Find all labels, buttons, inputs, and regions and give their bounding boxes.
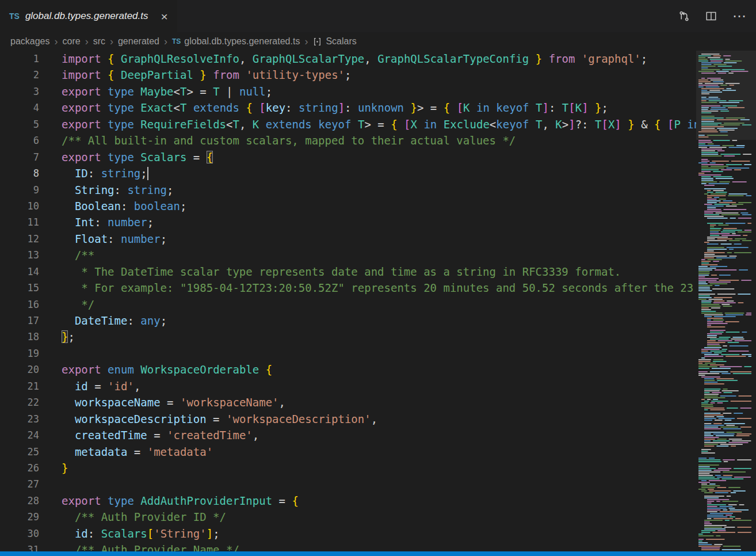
code-line[interactable]: 15 * For example: "1985-04-12T23:20:50.5… (0, 280, 696, 296)
split-editor-icon[interactable] (705, 10, 717, 22)
open-changes-icon[interactable] (678, 10, 690, 22)
code-text[interactable]: String: string; (62, 182, 174, 198)
breadcrumb-item-generated[interactable]: generated (118, 36, 159, 47)
code-token (62, 396, 75, 409)
code-token (239, 101, 246, 114)
code-text[interactable]: export type Maybe<T> = T | null; (62, 83, 272, 100)
code-line[interactable]: 25 metadata = 'metadata' (0, 444, 696, 460)
code-text[interactable]: /** (62, 247, 94, 263)
code-token: | (220, 85, 239, 98)
code-token: Maybe (140, 85, 173, 98)
code-text[interactable]: /** Auth Provider Name */ (62, 542, 239, 551)
code-token (259, 118, 265, 131)
code-line[interactable]: 19 (0, 345, 696, 361)
code-text[interactable]: metadata = 'metadata' (62, 444, 213, 460)
code-line[interactable]: 14 * The DateTime scalar type represents… (0, 264, 696, 280)
code-text[interactable]: /** All built-in and custom scalars, map… (62, 132, 516, 148)
code-line[interactable]: 4export type Exact<T extends { [key: str… (0, 100, 696, 116)
code-text[interactable]: * For example: "1985-04-12T23:20:50.52Z"… (62, 280, 693, 296)
code-line[interactable]: 1import { GraphQLResolveInfo, GraphQLSca… (0, 51, 696, 67)
breadcrumb-item-scalars[interactable]: Scalars (312, 36, 356, 47)
code-text[interactable]: id = 'id', (62, 378, 140, 394)
code-line[interactable]: 29 /** Auth Provider ID */ (0, 509, 696, 525)
code-text[interactable]: Int: number; (62, 214, 154, 230)
code-token (134, 363, 140, 376)
code-token: 'utility-types' (246, 68, 345, 81)
editor[interactable]: 1import { GraphQLResolveInfo, GraphQLSca… (0, 51, 696, 551)
code-token: : (88, 527, 101, 540)
breadcrumb-item-core[interactable]: core (63, 36, 81, 47)
code-text[interactable]: export enum WorkspaceOrderable { (62, 361, 272, 378)
code-line[interactable]: 17 DateTime: any; (0, 313, 696, 329)
breadcrumb-item-global-db-types-generated-ts[interactable]: TSglobal.db.types.generated.ts (172, 36, 300, 47)
tab-global-db-types-generated-ts[interactable]: TS global.db.types.generated.ts × (0, 0, 177, 32)
code-text[interactable]: createdTime = 'createdTime', (62, 427, 259, 443)
code-text[interactable]: /** Auth Provider ID */ (62, 509, 226, 525)
breadcrumb-item-src[interactable]: src (93, 36, 105, 47)
minimap-slider[interactable] (696, 51, 756, 140)
code-token: keyof (496, 101, 529, 114)
code-line[interactable]: 13 /** (0, 247, 696, 263)
code-line[interactable]: 22 workspaceName = 'workspaceName', (0, 394, 696, 410)
code-token: DateTime (75, 314, 128, 327)
code-text[interactable]: export type AddAuthProviderInput = { (62, 493, 299, 509)
code-token: 'workspaceDescription' (226, 413, 371, 425)
code-line[interactable]: 31 /** Auth Provider Name */ (0, 542, 696, 551)
code-line[interactable]: 20export enum WorkspaceOrderable { (0, 361, 696, 378)
code-token: ?: (575, 118, 595, 131)
code-line[interactable]: 7export type Scalars = { (0, 149, 696, 165)
code-text[interactable]: id: Scalars['String']; (62, 525, 220, 542)
code-token: workspaceName (75, 396, 161, 409)
code-line[interactable]: 10 Boolean: boolean; (0, 198, 696, 214)
code-token: T (232, 118, 239, 131)
code-line[interactable]: 18}; (0, 329, 696, 345)
code-line[interactable]: 11 Int: number; (0, 214, 696, 230)
code-line[interactable]: 6/** All built-in and custom scalars, ma… (0, 132, 696, 148)
line-number: 24 (0, 427, 39, 443)
close-icon[interactable]: × (161, 10, 168, 22)
code-line[interactable]: 23 workspaceDescription = 'workspaceDesc… (0, 411, 696, 427)
code-token (62, 527, 75, 540)
code-token: type (108, 101, 134, 114)
code-line[interactable]: 21 id = 'id', (0, 378, 696, 394)
code-line[interactable]: 26} (0, 460, 696, 476)
code-text[interactable]: export type Scalars = { (62, 149, 213, 165)
code-token: T (213, 85, 219, 98)
code-line[interactable]: 8 ID: string; (0, 165, 696, 181)
code-text[interactable]: export type Exact<T extends { [key: stri… (62, 100, 608, 116)
code-line[interactable]: 2import { DeepPartial } from 'utility-ty… (0, 67, 696, 83)
code-line[interactable]: 12 Float: number; (0, 231, 696, 247)
code-line[interactable]: 16 */ (0, 296, 696, 313)
more-actions-icon[interactable]: ⋯ (732, 9, 747, 23)
breadcrumb-label: src (93, 36, 105, 47)
code-text[interactable]: }; (62, 329, 75, 345)
breadcrumb-separator: › (109, 36, 114, 48)
code-text[interactable]: import { GraphQLResolveInfo, GraphQLScal… (62, 51, 647, 67)
breadcrumb-item-packages[interactable]: packages (10, 36, 50, 47)
code-line[interactable]: 27 (0, 476, 696, 492)
code-token: 'String' (154, 527, 207, 540)
code-line[interactable]: 9 String: string; (0, 182, 696, 198)
code-text[interactable]: DateTime: any; (62, 313, 167, 329)
minimap[interactable] (696, 51, 756, 551)
code-text[interactable]: } (62, 460, 68, 476)
code-line[interactable]: 5export type RequireFields<T, K extends … (0, 116, 696, 132)
code-text[interactable]: Float: number; (62, 231, 167, 247)
code-token: T (536, 118, 542, 131)
code-token: from (549, 52, 575, 65)
code-text[interactable]: * The DateTime scalar type represents da… (62, 264, 621, 280)
code-line[interactable]: 24 createdTime = 'createdTime', (0, 427, 696, 443)
code-text[interactable]: import { DeepPartial } from 'utility-typ… (62, 67, 351, 83)
code-line[interactable]: 3export type Maybe<T> = T | null; (0, 83, 696, 100)
code-token: } (628, 118, 634, 131)
code-text[interactable]: export type RequireFields<T, K extends k… (62, 116, 696, 132)
code-token: = (272, 494, 292, 507)
code-text[interactable]: ID: string; (62, 165, 148, 181)
code-text[interactable]: workspaceDescription = 'workspaceDescrip… (62, 411, 377, 427)
code-line[interactable]: 28export type AddAuthProviderInput = { (0, 493, 696, 509)
code-text[interactable]: Boolean: boolean; (62, 198, 186, 214)
code-text[interactable]: */ (62, 296, 94, 313)
breadcrumb-label: core (63, 36, 81, 47)
code-line[interactable]: 30 id: Scalars['String']; (0, 525, 696, 542)
code-text[interactable]: workspaceName = 'workspaceName', (62, 394, 285, 410)
